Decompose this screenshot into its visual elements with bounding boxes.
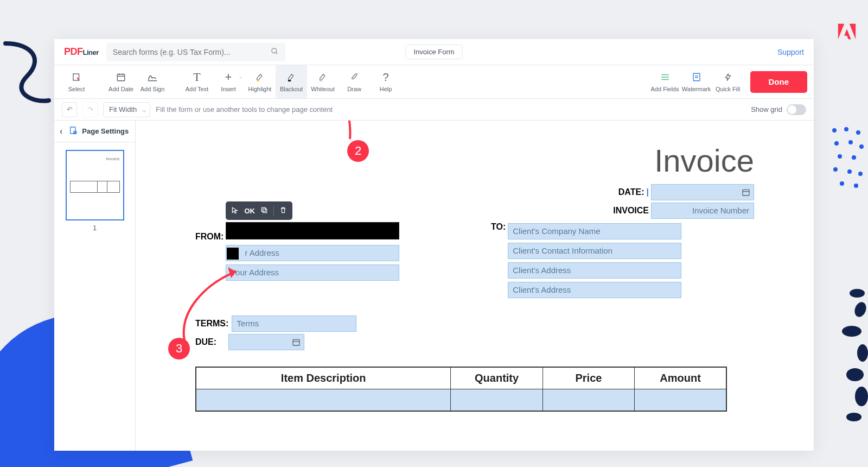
svg-rect-42	[261, 207, 265, 211]
add-sign-tool[interactable]: Add Sign	[137, 65, 168, 98]
col-description: Item Description	[196, 367, 451, 389]
back-icon[interactable]: ‹	[60, 127, 62, 136]
hint-text: Fill the form or use another tools to ch…	[156, 105, 333, 113]
redaction-toolbar: OK	[226, 201, 292, 220]
search-icon[interactable]	[271, 47, 279, 57]
svg-point-7	[852, 155, 856, 160]
secondary-bar: ↶ ↷ Fit Width Fill the form or use anoth…	[54, 99, 814, 121]
annotation-3: 3	[168, 338, 190, 359]
add-text-tool[interactable]: T Add Text	[181, 65, 213, 98]
main-area: ‹ Page Settings Invoice 1 Invoice DATE: …	[54, 121, 814, 451]
page-settings-icon	[69, 126, 78, 136]
svg-point-20	[272, 48, 277, 53]
file-name[interactable]: Invoice Form	[405, 45, 462, 59]
calendar-icon[interactable]	[742, 188, 750, 198]
svg-point-9	[847, 169, 852, 174]
svg-point-3	[834, 141, 839, 146]
page-number: 1	[62, 224, 127, 232]
redacted-field[interactable]	[226, 222, 399, 239]
to-contact-field[interactable]: Client's Contact Information	[508, 243, 681, 259]
undo-button[interactable]: ↶	[62, 102, 77, 117]
invoice-label: INVOICE	[613, 206, 649, 216]
search-input[interactable]	[106, 43, 285, 61]
sidebar-header: ‹ Page Settings	[54, 121, 135, 142]
thumbnail-list: Invoice 1	[54, 142, 135, 451]
watermark-tool[interactable]: Watermark	[681, 65, 712, 98]
cell-price[interactable]	[542, 389, 634, 411]
document: Invoice DATE: | INVOICE Invoice Numbe	[136, 121, 814, 412]
page-thumbnail[interactable]: Invoice	[66, 150, 124, 220]
svg-rect-41	[263, 209, 267, 212]
add-fields-tool[interactable]: Add Fields	[649, 65, 681, 98]
grid-switch[interactable]	[787, 104, 806, 115]
page-settings-label[interactable]: Page Settings	[82, 127, 129, 135]
to-company-field[interactable]: Client's Company Name	[508, 223, 681, 239]
invoice-number-field[interactable]: Invoice Number	[651, 203, 754, 219]
cell-amount[interactable]	[635, 389, 726, 411]
calendar-icon[interactable]	[292, 338, 301, 348]
whiteout-tool[interactable]: Whiteout	[307, 65, 339, 98]
svg-rect-23	[117, 74, 125, 81]
cursor-icon[interactable]	[231, 206, 239, 216]
support-link[interactable]: Support	[777, 48, 804, 56]
svg-point-2	[856, 130, 860, 135]
col-price: Price	[542, 367, 634, 389]
document-canvas[interactable]: Invoice DATE: | INVOICE Invoice Numbe	[136, 121, 814, 451]
zoom-select[interactable]: Fit Width	[103, 102, 150, 117]
app-window: PDFLiner Invoice Form Support Select Add…	[54, 39, 814, 451]
col-quantity: Quantity	[451, 367, 542, 389]
svg-point-12	[854, 184, 858, 188]
terms-field[interactable]: Terms	[232, 315, 356, 332]
blackout-tool[interactable]: Blackout	[276, 65, 307, 98]
svg-point-18	[855, 387, 868, 406]
svg-rect-43	[293, 339, 299, 345]
from-address-2[interactable]: Your Address	[226, 264, 399, 281]
cell-quantity[interactable]	[451, 389, 542, 411]
date-field[interactable]	[651, 184, 754, 200]
watermark-icon	[692, 71, 701, 83]
blackout-icon	[286, 71, 296, 83]
help-tool[interactable]: ? Help	[370, 65, 401, 98]
to-address-1[interactable]: Client's Address	[508, 262, 681, 279]
logo: PDFLiner	[64, 46, 99, 58]
cell-description[interactable]	[196, 389, 451, 411]
svg-point-0	[832, 128, 837, 132]
date-label: DATE:	[618, 187, 644, 197]
decor-spots	[830, 282, 868, 424]
whiteout-icon	[318, 71, 328, 83]
ok-button[interactable]: OK	[244, 207, 255, 215]
insert-tool[interactable]: + ⌵ Insert	[213, 65, 244, 98]
quick-fill-tool[interactable]: Quick Fill	[712, 65, 744, 98]
svg-point-11	[840, 181, 844, 186]
table-row	[196, 389, 726, 411]
step-badge-2: 2	[347, 140, 369, 162]
redo-button[interactable]: ↷	[82, 102, 98, 117]
signature-icon	[147, 71, 158, 83]
svg-point-16	[857, 344, 868, 362]
svg-point-15	[842, 326, 861, 337]
svg-point-8	[833, 167, 838, 172]
due-field[interactable]	[228, 334, 304, 350]
svg-point-1	[844, 127, 848, 131]
add-date-tool[interactable]: Add Date	[105, 65, 137, 98]
search-field[interactable]	[113, 48, 271, 56]
text-icon: T	[193, 71, 200, 83]
col-amount: Amount	[635, 367, 726, 389]
from-address-1[interactable]: r Address	[226, 245, 399, 261]
due-label: DUE:	[195, 337, 216, 347]
done-button[interactable]: Done	[750, 71, 808, 93]
svg-rect-39	[743, 190, 749, 195]
highlight-tool[interactable]: Highlight	[244, 65, 276, 98]
svg-point-10	[858, 172, 863, 176]
copy-icon[interactable]	[260, 206, 268, 216]
trash-icon[interactable]	[279, 206, 287, 216]
draw-tool[interactable]: Draw	[339, 65, 370, 98]
toolbar: Select Add Date Add Sign T Add Text + ⌵ …	[54, 65, 814, 99]
select-tool[interactable]: Select	[61, 65, 92, 98]
terms-section: TERMS: Terms DUE:	[195, 315, 754, 350]
to-address-2[interactable]: Client's Address	[508, 282, 681, 298]
grid-toggle: Show grid	[751, 104, 806, 115]
bolt-icon	[724, 71, 732, 83]
annotation-2: 2	[347, 140, 369, 162]
chevron-down-icon: ⌵	[239, 74, 242, 79]
